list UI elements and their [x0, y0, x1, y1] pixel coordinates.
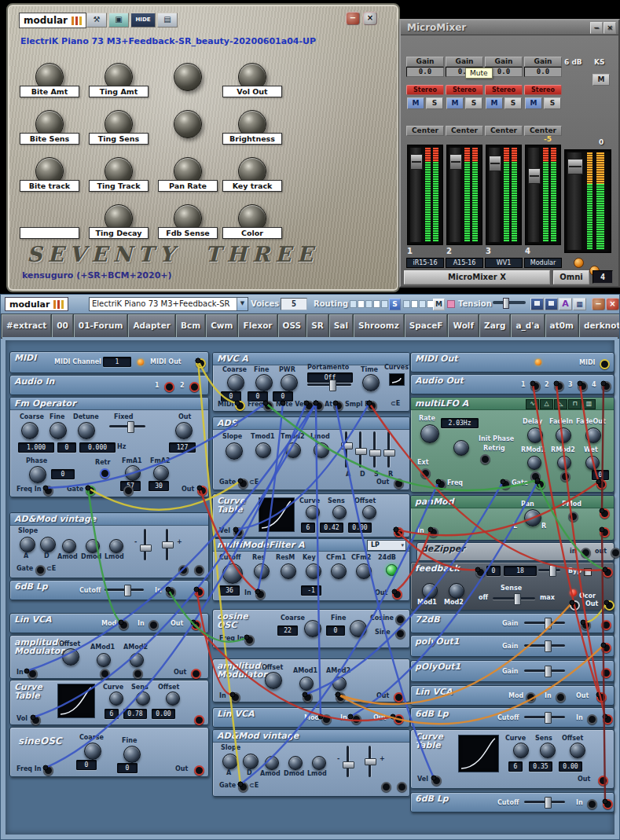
jack-red[interactable]: [194, 587, 204, 597]
mute-button[interactable]: M: [486, 97, 503, 109]
tension-slider[interactable]: [493, 301, 526, 304]
jack-dark[interactable]: [133, 669, 143, 679]
slider[interactable]: [105, 589, 144, 591]
stereo-button[interactable]: Stereo: [524, 85, 562, 95]
knob[interactable]: [350, 620, 367, 637]
jack-dark[interactable]: [611, 548, 620, 558]
jack-dark[interactable]: [31, 715, 41, 725]
knob[interactable]: [222, 563, 243, 584]
jack-dark[interactable]: [367, 401, 377, 411]
jack-red[interactable]: [194, 765, 204, 776]
jack-red[interactable]: [598, 776, 608, 786]
jack-dark[interactable]: [28, 669, 38, 679]
tab-shroomz[interactable]: Shroomz: [354, 314, 404, 338]
knob[interactable]: [109, 691, 123, 706]
jack-dark[interactable]: [578, 381, 588, 391]
knob[interactable]: [166, 691, 180, 706]
jack-dark[interactable]: [303, 692, 313, 702]
jack-yellow[interactable]: [604, 600, 614, 611]
tab-spacef[interactable]: SpaceF: [405, 314, 448, 338]
jack-dark[interactable]: [397, 782, 407, 792]
jack-yellow[interactable]: [196, 358, 206, 369]
solo-button[interactable]: S: [504, 97, 522, 109]
color-swatch[interactable]: [447, 300, 455, 308]
save-icon[interactable]: [530, 298, 544, 310]
knob[interactable]: [50, 422, 67, 439]
jack-dark[interactable]: [351, 714, 361, 724]
preset-select[interactable]: ElectriK Piano 73 M3+Feedback-SR ▼: [89, 297, 248, 311]
knob[interactable]: [109, 539, 123, 553]
knob[interactable]: [585, 456, 600, 470]
knob[interactable]: [227, 374, 244, 391]
grid-icon[interactable]: ▦: [573, 298, 586, 310]
fader[interactable]: [449, 154, 462, 170]
jack-dark[interactable]: [526, 692, 536, 702]
solo-button[interactable]: S: [465, 97, 482, 109]
mixer-name-button[interactable]: MicroMixer X: [404, 270, 550, 284]
knob[interactable]: [312, 756, 326, 770]
jack-dark[interactable]: [255, 589, 266, 600]
knob[interactable]: [123, 746, 141, 763]
tab-sal[interactable]: Sal: [329, 314, 353, 338]
jack-dark[interactable]: [314, 401, 324, 411]
minimize-button[interactable]: −: [592, 298, 605, 310]
voices-value[interactable]: 5: [281, 298, 307, 310]
knob[interactable]: [570, 743, 585, 758]
knob[interactable]: [84, 743, 101, 760]
checkbox[interactable]: [584, 568, 592, 576]
knob[interactable]: [243, 754, 259, 769]
knob[interactable]: [29, 466, 46, 483]
pan-display[interactable]: Center: [485, 126, 523, 136]
jack-dark[interactable]: [119, 620, 129, 630]
jack-dark[interactable]: [420, 468, 431, 479]
stereo-button[interactable]: Stereo: [446, 85, 483, 95]
jack-dark[interactable]: [395, 629, 405, 639]
knob[interactable]: [281, 374, 298, 391]
jack-dark[interactable]: [321, 714, 332, 724]
jack-dark[interactable]: [587, 799, 597, 809]
stereo-button[interactable]: Stereo: [406, 85, 444, 95]
jack-red[interactable]: [392, 589, 402, 600]
jack-dark[interactable]: [238, 479, 248, 489]
panel-knob[interactable]: [174, 63, 202, 91]
slider[interactable]: [524, 716, 565, 718]
tab-01-forum[interactable]: 01-Forum: [74, 314, 128, 338]
slider[interactable]: [166, 529, 168, 560]
tab-derknott[interactable]: derknott: [579, 314, 619, 338]
knob[interactable]: [304, 620, 321, 637]
knob[interactable]: [265, 756, 279, 770]
jack-dark[interactable]: [554, 381, 564, 391]
jack-red[interactable]: [601, 620, 611, 630]
waveform-icon[interactable]: △: [540, 399, 553, 409]
mute-button[interactable]: M: [407, 97, 424, 109]
jack-red[interactable]: [394, 714, 404, 724]
tab-zarg[interactable]: Zarg: [479, 314, 510, 338]
jack-red[interactable]: [600, 508, 610, 519]
jack-dark[interactable]: [601, 381, 611, 391]
knob[interactable]: [332, 677, 347, 691]
jack-red[interactable]: [603, 799, 613, 809]
routing-swatches[interactable]: [403, 300, 434, 308]
jack-gray[interactable]: [570, 600, 580, 611]
waveform-icon[interactable]: ▥: [582, 399, 596, 409]
knob[interactable]: [125, 465, 141, 481]
jack-red[interactable]: [600, 527, 610, 537]
close-button[interactable]: ×: [606, 298, 619, 310]
knob[interactable]: [281, 563, 296, 579]
mute-button[interactable]: M: [433, 299, 445, 310]
chevron-down-icon[interactable]: ▼: [237, 298, 248, 310]
jack-red[interactable]: [191, 669, 201, 679]
knob[interactable]: [362, 505, 376, 519]
slider[interactable]: [109, 425, 145, 427]
tab-sr[interactable]: SR: [306, 314, 328, 338]
fader[interactable]: [410, 154, 423, 170]
jack-dark[interactable]: [43, 765, 53, 776]
knob[interactable]: [21, 422, 39, 439]
jack-red[interactable]: [189, 382, 200, 392]
jack-dark[interactable]: [394, 479, 404, 489]
knob[interactable]: [62, 648, 79, 666]
jack-red[interactable]: [194, 715, 204, 725]
knob[interactable]: [255, 442, 271, 458]
knob[interactable]: [585, 427, 601, 443]
knob[interactable]: [226, 442, 243, 460]
